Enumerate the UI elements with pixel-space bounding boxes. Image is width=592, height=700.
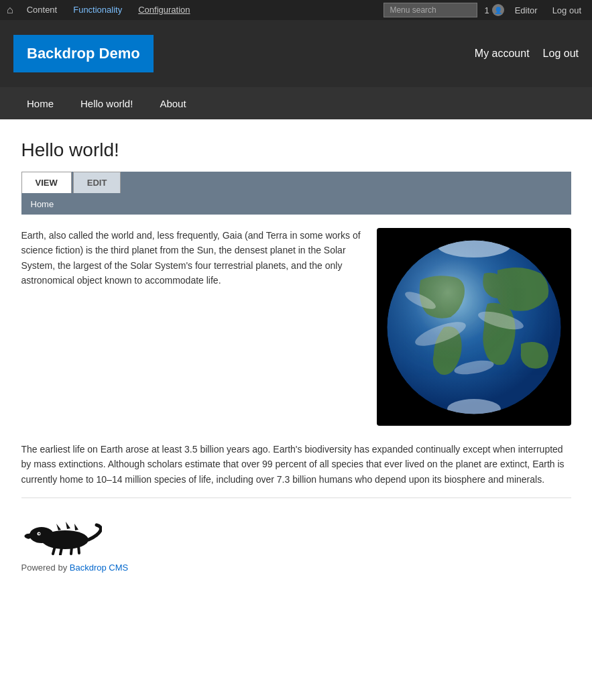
nav-about[interactable]: About (146, 90, 199, 117)
svg-point-8 (387, 240, 561, 414)
admin-logout-link[interactable]: Log out (548, 5, 585, 15)
editor-link[interactable]: Editor (511, 5, 542, 15)
cms-link[interactable]: Backdrop CMS (70, 563, 128, 573)
svg-point-13 (38, 533, 40, 534)
user-count: 1 (484, 5, 489, 15)
breadcrumb-home[interactable]: Home (31, 199, 54, 209)
header-nav: My account Log out (475, 48, 579, 60)
powered-by-text: Powered by (21, 563, 70, 573)
toolbar-right: 1 👤 Editor Log out (383, 3, 585, 17)
dragon-icon (21, 512, 102, 555)
site-logo[interactable]: Backdrop Demo (13, 35, 154, 72)
content-link[interactable]: Content (19, 0, 66, 20)
article-paragraph-2: The earliest life on Earth arose at leas… (21, 442, 571, 487)
tab-edit[interactable]: EDIT (73, 172, 121, 193)
main-content: Hello world! VIEW EDIT Home Earth, also … (8, 139, 585, 573)
user-icon: 👤 (492, 4, 504, 16)
configuration-link[interactable]: Configuration (130, 0, 198, 20)
functionality-link[interactable]: Functionality (65, 0, 130, 20)
earth-globe-svg (380, 233, 568, 421)
header-logout-link[interactable]: Log out (543, 48, 579, 60)
toolbar-user: 1 👤 (484, 4, 504, 16)
admin-toolbar: ⌂ Content Functionality Configuration 1 … (0, 0, 592, 20)
footer-text: Powered by Backdrop CMS (21, 563, 571, 573)
my-account-link[interactable]: My account (475, 48, 530, 60)
page-title: Hello world! (21, 139, 571, 161)
article-text-left: Earth, also called the world and, less f… (21, 228, 363, 426)
svg-point-11 (29, 527, 54, 543)
home-icon[interactable]: ⌂ (7, 4, 13, 16)
footer-area: Powered by Backdrop CMS (21, 498, 571, 573)
breadcrumb: Home (21, 193, 571, 215)
site-nav: Home Hello world! About (0, 87, 592, 119)
article-body: Earth, also called the world and, less f… (21, 228, 571, 426)
nav-home[interactable]: Home (13, 90, 67, 117)
tabs-bar: VIEW EDIT (21, 172, 571, 193)
nav-hello-world[interactable]: Hello world! (67, 90, 146, 117)
site-header: Backdrop Demo My account Log out (0, 20, 592, 87)
earth-image (377, 228, 571, 426)
tab-view[interactable]: VIEW (21, 172, 72, 193)
menu-search-input[interactable] (383, 3, 477, 17)
article-paragraph-1: Earth, also called the world and, less f… (21, 228, 363, 288)
